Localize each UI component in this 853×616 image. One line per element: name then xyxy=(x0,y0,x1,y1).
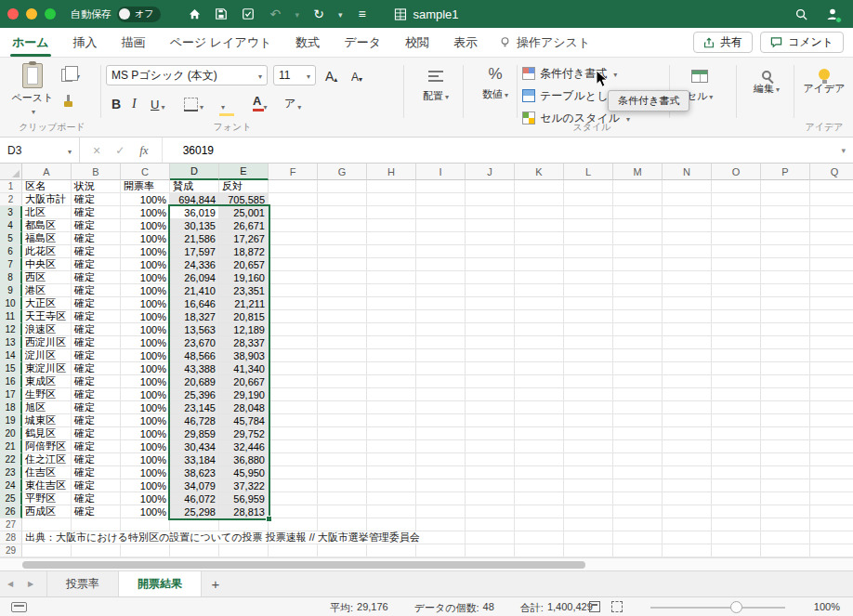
alignment-group-button[interactable]: 配置 xyxy=(409,67,463,103)
paste-button[interactable]: ペースト xyxy=(11,63,54,116)
page-break-view-icon[interactable] xyxy=(611,601,623,612)
cell-D18[interactable]: 23,145 xyxy=(170,401,219,414)
cell-H21[interactable] xyxy=(367,440,416,453)
cell-O17[interactable] xyxy=(712,388,761,401)
cell-O29[interactable] xyxy=(712,544,761,557)
cell-B26[interactable]: 確定 xyxy=(72,505,121,518)
cell-P17[interactable] xyxy=(761,388,810,401)
cell-P6[interactable] xyxy=(761,245,810,258)
cell-L7[interactable] xyxy=(564,258,613,271)
cell-L10[interactable] xyxy=(564,297,613,310)
cell-I3[interactable] xyxy=(416,206,466,219)
cell-M16[interactable] xyxy=(613,375,663,388)
cell-E27[interactable] xyxy=(219,518,269,531)
cell-O18[interactable] xyxy=(712,401,761,414)
cell-B8[interactable]: 確定 xyxy=(72,271,121,284)
row-header-1[interactable]: 1 xyxy=(0,180,22,193)
row-header-6[interactable]: 6 xyxy=(0,245,22,258)
cell-N29[interactable] xyxy=(663,544,712,557)
cell-C9[interactable]: 100% xyxy=(121,284,170,297)
cell-N11[interactable] xyxy=(663,310,712,323)
cell-B22[interactable]: 確定 xyxy=(72,453,121,466)
cell-L9[interactable] xyxy=(564,284,613,297)
cell-N18[interactable] xyxy=(663,401,712,414)
cell-C8[interactable]: 100% xyxy=(121,271,170,284)
cell-G12[interactable] xyxy=(318,323,367,336)
cell-M6[interactable] xyxy=(613,245,663,258)
cell-C21[interactable]: 100% xyxy=(121,440,170,453)
cell-N2[interactable] xyxy=(663,193,712,206)
cell-B23[interactable]: 確定 xyxy=(72,466,121,479)
cell-I10[interactable] xyxy=(416,297,466,310)
cell-G27[interactable] xyxy=(318,518,367,531)
cell-Q15[interactable] xyxy=(810,362,853,375)
cell-E18[interactable]: 28,048 xyxy=(219,401,269,414)
editing-group-button[interactable]: 編集 xyxy=(743,65,790,96)
cell-N3[interactable] xyxy=(663,206,712,219)
cell-P16[interactable] xyxy=(761,375,810,388)
cell-G6[interactable] xyxy=(318,245,367,258)
cell-I26[interactable] xyxy=(416,505,466,518)
cell-F16[interactable] xyxy=(269,375,318,388)
cell-K6[interactable] xyxy=(515,245,564,258)
cell-J24[interactable] xyxy=(466,479,515,492)
cell-J12[interactable] xyxy=(466,323,515,336)
cell-G14[interactable] xyxy=(318,349,367,362)
cell-C6[interactable]: 100% xyxy=(121,245,170,258)
cell-I20[interactable] xyxy=(416,427,466,440)
cell-M20[interactable] xyxy=(613,427,663,440)
cell-D13[interactable]: 23,670 xyxy=(170,336,219,349)
cell-C19[interactable]: 100% xyxy=(121,414,170,427)
cell-G10[interactable] xyxy=(318,297,367,310)
cell-K25[interactable] xyxy=(515,492,564,505)
insert-function-button[interactable]: fx xyxy=(139,143,148,158)
cell-I8[interactable] xyxy=(416,271,466,284)
cell-N23[interactable] xyxy=(663,466,712,479)
cell-J18[interactable] xyxy=(466,401,515,414)
cell-L21[interactable] xyxy=(564,440,613,453)
cell-M12[interactable] xyxy=(613,323,663,336)
cell-K2[interactable] xyxy=(515,193,564,206)
cell-B16[interactable]: 確定 xyxy=(72,375,121,388)
cell-E1[interactable]: 反対 xyxy=(219,180,269,193)
cell-I22[interactable] xyxy=(416,453,466,466)
cell-Q24[interactable] xyxy=(810,479,853,492)
cell-G25[interactable] xyxy=(318,492,367,505)
cell-M17[interactable] xyxy=(613,388,663,401)
cell-C29[interactable] xyxy=(121,544,170,557)
cell-I23[interactable] xyxy=(416,466,466,479)
cell-E15[interactable]: 41,340 xyxy=(219,362,269,375)
cell-M3[interactable] xyxy=(613,206,663,219)
cell-D4[interactable]: 30,135 xyxy=(170,219,219,232)
cell-M10[interactable] xyxy=(613,297,663,310)
cell-H12[interactable] xyxy=(367,323,416,336)
cell-E25[interactable]: 56,959 xyxy=(219,492,269,505)
cell-I29[interactable] xyxy=(416,544,466,557)
sheet-nav-left-icon[interactable]: ◀ xyxy=(0,571,20,596)
cell-Q17[interactable] xyxy=(810,388,853,401)
cell-O6[interactable] xyxy=(712,245,761,258)
cell-I9[interactable] xyxy=(416,284,466,297)
cell-D29[interactable] xyxy=(170,544,219,557)
column-header-C[interactable]: C xyxy=(121,164,170,180)
cell-E29[interactable] xyxy=(219,544,269,557)
cell-Q10[interactable] xyxy=(810,297,853,310)
confirm-entry-icon[interactable] xyxy=(115,144,125,157)
cell-F4[interactable] xyxy=(269,219,318,232)
cell-P26[interactable] xyxy=(761,505,810,518)
cell-L1[interactable] xyxy=(564,180,613,193)
cell-C13[interactable]: 100% xyxy=(121,336,170,349)
cell-L12[interactable] xyxy=(564,323,613,336)
cell-E8[interactable]: 19,160 xyxy=(219,271,269,284)
cell-H14[interactable] xyxy=(367,349,416,362)
column-header-D[interactable]: D xyxy=(170,164,219,180)
cell-P5[interactable] xyxy=(761,232,810,245)
cell-J26[interactable] xyxy=(466,505,515,518)
cell-D11[interactable]: 18,327 xyxy=(170,310,219,323)
cell-B10[interactable]: 確定 xyxy=(72,297,121,310)
cell-G20[interactable] xyxy=(318,427,367,440)
cell-E16[interactable]: 20,667 xyxy=(219,375,269,388)
cell-B19[interactable]: 確定 xyxy=(72,414,121,427)
cell-J7[interactable] xyxy=(466,258,515,271)
cell-E13[interactable]: 28,337 xyxy=(219,336,269,349)
